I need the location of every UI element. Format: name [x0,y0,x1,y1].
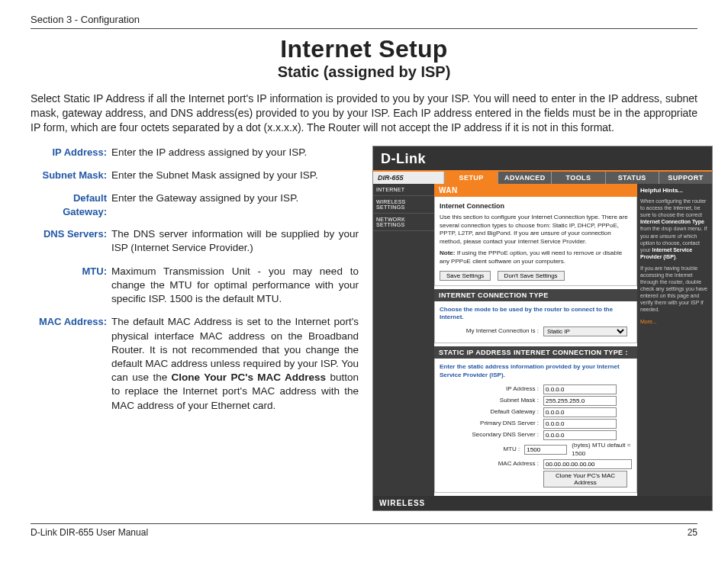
definitions-column: IP Address: Enter the IP address assigne… [31,146,359,422]
ui-content: WAN Internet Connection Use this section… [434,184,637,497]
dns1-input[interactable] [543,419,617,429]
page-subtitle: Static (assigned by ISP) [31,63,697,81]
sidebar-item-wireless[interactable]: WIRELESS SETTINGS [373,196,434,214]
def-gw-body: Enter the Gateway assigned by your ISP. [111,191,359,218]
ui-header: D-Link [373,146,712,172]
tab-status[interactable]: STATUS [605,172,659,184]
def-subnet-label: Subnet Mask: [31,169,111,182]
help-title: Helpful Hints... [640,187,709,195]
ip-input[interactable] [543,384,617,394]
rule-bottom [31,523,697,524]
footer-left: D-Link DIR-655 User Manual [31,527,148,538]
static-title: STATIC IP ADDRESS INTERNET CONNECTION TY… [434,346,637,359]
help-more-link[interactable]: More... [640,319,657,324]
def-ip: IP Address: Enter the IP address assigne… [31,146,359,159]
def-mtu-body: Maximum Transmission Unit - you may need… [111,265,359,307]
mask-label: Subnet Mask : [440,397,543,405]
page-number: 25 [688,527,697,538]
def-mac-bold: Clone Your PC's MAC Address [172,372,326,383]
wan-note-label: Note: [440,249,455,256]
def-gw-label: Default Gateway: [31,191,111,218]
help-p1a: When configuring the router to access th… [640,198,706,217]
def-mac: MAC Address: The default MAC Address is … [31,315,359,413]
def-ip-body: Enter the IP address assigned by your IS… [111,146,359,159]
intro-paragraph: Select Static IP Address if all the Inte… [31,92,697,135]
def-dns: DNS Servers: The DNS server information … [31,227,359,255]
tab-setup[interactable]: SETUP [444,172,498,184]
dns2-label: Secondary DNS Server : [440,431,543,439]
mtu-label: MTU : [440,446,524,454]
wan-note: If using the PPPoE option, you will need… [440,249,622,265]
rule-top [31,28,697,29]
mtu-input[interactable] [524,445,567,455]
mask-input[interactable] [543,396,617,406]
dont-save-button[interactable]: Don't Save Settings [498,271,565,281]
static-desc: Enter the static address information pro… [440,363,632,380]
def-dns-body: The DNS server information will be suppl… [111,227,359,255]
sidebar: INTERNET WIRELESS SETTINGS NETWORK SETTI… [373,184,434,497]
sidebar-item-internet[interactable]: INTERNET [373,184,434,196]
def-mac-label: MAC Address: [31,315,111,413]
mac-label: MAC Address : [440,460,543,468]
ui-footer: WIRELESS [373,496,712,510]
wan-desc: Use this section to configure your Inter… [440,214,632,246]
help-p1b: Internet Connection Type [640,219,704,224]
mac-input[interactable] [543,459,632,469]
def-dns-label: DNS Servers: [31,227,111,255]
help-panel: Helpful Hints... When configuring the ro… [637,184,712,497]
def-mtu: MTU: Maximum Transmission Unit - you may… [31,265,359,307]
conn-type-desc: Choose the mode to be used by the router… [440,306,632,323]
tab-support[interactable]: SUPPORT [659,172,712,184]
def-mac-body: The default MAC Address is set to the In… [111,315,359,413]
tab-advanced[interactable]: ADVANCED [498,172,551,184]
wan-title: WAN [434,184,637,197]
sidebar-item-network[interactable]: NETWORK SETTINGS [373,214,434,231]
dns1-label: Primary DNS Server : [440,420,543,428]
conn-type-select[interactable]: Static IP [543,327,627,336]
def-ip-label: IP Address: [31,146,111,159]
def-subnet: Subnet Mask: Enter the Subnet Mask assig… [31,169,359,182]
mtu-hint: (bytes) MTU default = 1500 [572,442,632,458]
def-mtu-label: MTU: [31,265,111,307]
tab-tools[interactable]: TOOLS [551,172,604,184]
conn-type-label: My Internet Connection is : [440,327,543,336]
wan-subtitle: Internet Connection [440,201,632,211]
conn-type-title: INTERNET CONNECTION TYPE [434,289,637,301]
dns2-input[interactable] [543,430,617,440]
clone-mac-button[interactable]: Clone Your PC's MAC Address [543,471,627,487]
page-title: Internet Setup [31,35,697,63]
router-ui-screenshot: D-Link DIR-655 SETUP ADVANCED TOOLS STAT… [372,146,713,512]
save-button[interactable]: Save Settings [440,271,491,281]
help-p2: If you are having trouble accessing the … [640,265,709,314]
def-gw: Default Gateway: Enter the Gateway assig… [31,191,359,218]
model-label: DIR-655 [373,172,444,184]
brand-logo: D-Link [381,151,426,166]
ip-label: IP Address : [440,385,543,394]
help-p1e: . [675,254,677,259]
def-subnet-body: Enter the Subnet Mask assigned by your I… [111,169,359,182]
section-label: Section 3 - Configuration [31,14,697,25]
gw-input[interactable] [543,407,617,417]
gw-label: Default Gateway : [440,408,543,417]
top-tabs: SETUP ADVANCED TOOLS STATUS SUPPORT [444,172,712,184]
